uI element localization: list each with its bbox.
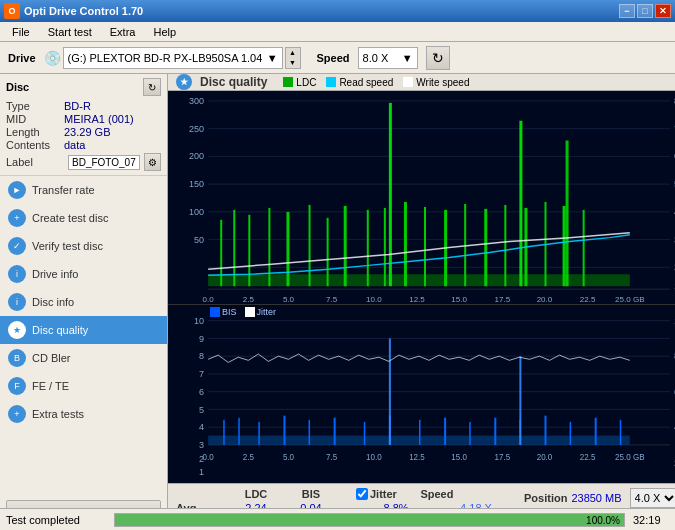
menu-start-test[interactable]: Start test bbox=[40, 24, 100, 40]
main-content: Disc ↻ Type BD-R MID MEIRA1 (001) Length… bbox=[0, 74, 675, 530]
svg-rect-35 bbox=[220, 220, 222, 286]
disc-type-value: BD-R bbox=[64, 100, 91, 112]
svg-text:17.5: 17.5 bbox=[495, 452, 511, 461]
svg-text:22.5: 22.5 bbox=[580, 452, 596, 461]
right-panel: ★ Disc quality LDC Read speed Write spee… bbox=[168, 74, 675, 530]
drive-select[interactable]: (G:) PLEXTOR BD-R PX-LB950SA 1.04 ▼ bbox=[63, 47, 283, 69]
disc-mid-value: MEIRA1 (001) bbox=[64, 113, 134, 125]
jitter-checkbox[interactable] bbox=[356, 488, 368, 500]
elapsed-time: 32:19 bbox=[633, 514, 669, 526]
maximize-button[interactable]: □ bbox=[637, 4, 653, 18]
svg-rect-42 bbox=[344, 206, 347, 286]
svg-rect-41 bbox=[327, 218, 329, 286]
title-bar: O Opti Drive Control 1.70 − □ ✕ bbox=[0, 0, 675, 22]
svg-text:7.5: 7.5 bbox=[326, 295, 338, 304]
svg-rect-48 bbox=[464, 204, 466, 286]
chart-header: ★ Disc quality LDC Read speed Write spee… bbox=[168, 74, 675, 91]
disc-header-label: Disc bbox=[6, 81, 29, 93]
svg-text:15.0: 15.0 bbox=[451, 295, 467, 304]
svg-rect-40 bbox=[309, 205, 311, 286]
svg-rect-56 bbox=[519, 121, 522, 286]
col-ldc-header: LDC bbox=[226, 488, 286, 500]
progress-bar: 100.0% bbox=[114, 513, 625, 527]
read-speed-color bbox=[326, 77, 336, 87]
speed-select[interactable]: 8.0 X ▼ bbox=[358, 47, 418, 69]
drive-icon: 💿 bbox=[44, 50, 61, 66]
svg-rect-109 bbox=[595, 418, 597, 445]
drive-bar: Drive 💿 (G:) PLEXTOR BD-R PX-LB950SA 1.0… bbox=[0, 42, 675, 74]
svg-rect-94 bbox=[223, 420, 225, 445]
sidebar-item-transfer-rate[interactable]: ► Transfer rate bbox=[0, 176, 167, 204]
svg-rect-57 bbox=[566, 141, 569, 287]
svg-text:5: 5 bbox=[199, 404, 204, 414]
cd-bler-icon: B bbox=[8, 349, 26, 367]
chart-title: Disc quality bbox=[200, 75, 267, 89]
ldc-color bbox=[283, 77, 293, 87]
refresh-button[interactable]: ↻ bbox=[426, 46, 450, 70]
sidebar-item-drive-info[interactable]: i Drive info bbox=[0, 260, 167, 288]
status-text: Test completed bbox=[6, 514, 106, 526]
sidebar-item-disc-info[interactable]: i Disc info bbox=[0, 288, 167, 316]
sidebar-item-extra-tests[interactable]: + Extra tests bbox=[0, 400, 167, 428]
drive-info-icon: i bbox=[8, 265, 26, 283]
svg-rect-37 bbox=[248, 215, 250, 286]
svg-rect-111 bbox=[389, 338, 391, 444]
sidebar-item-cd-bler[interactable]: B CD Bler bbox=[0, 344, 167, 372]
sidebar-item-create-test-disc[interactable]: + Create test disc bbox=[0, 204, 167, 232]
svg-text:15.0: 15.0 bbox=[451, 452, 467, 461]
disc-label-field: BD_FOTO_07 bbox=[68, 155, 140, 170]
svg-text:2.5: 2.5 bbox=[243, 295, 255, 304]
disc-section: Disc ↻ Type BD-R MID MEIRA1 (001) Length… bbox=[0, 74, 167, 176]
svg-text:150: 150 bbox=[189, 179, 204, 189]
svg-rect-102 bbox=[419, 420, 421, 445]
sidebar-item-fe-te[interactable]: F FE / TE bbox=[0, 372, 167, 400]
sidebar-item-verify-test-disc[interactable]: ✓ Verify test disc bbox=[0, 232, 167, 260]
chart-legend: LDC Read speed Write speed bbox=[283, 77, 469, 88]
svg-text:20.0: 20.0 bbox=[537, 452, 553, 461]
svg-rect-54 bbox=[583, 210, 585, 286]
position-label: Position bbox=[524, 492, 567, 504]
menu-file[interactable]: File bbox=[4, 24, 38, 40]
svg-rect-39 bbox=[286, 212, 289, 286]
disc-type-label: Type bbox=[6, 100, 64, 112]
svg-rect-0 bbox=[168, 91, 675, 304]
svg-rect-97 bbox=[283, 416, 285, 445]
svg-rect-95 bbox=[238, 418, 240, 445]
menu-extra[interactable]: Extra bbox=[102, 24, 144, 40]
position-value: 23850 MB bbox=[571, 492, 621, 504]
svg-text:6: 6 bbox=[199, 387, 204, 397]
legend-ldc: LDC bbox=[283, 77, 316, 88]
svg-text:250: 250 bbox=[189, 124, 204, 134]
drive-up-down[interactable]: ▲ ▼ bbox=[285, 47, 301, 69]
disc-refresh-button[interactable]: ↻ bbox=[143, 78, 161, 96]
sidebar-item-disc-quality[interactable]: ★ Disc quality bbox=[0, 316, 167, 344]
svg-rect-99 bbox=[334, 418, 336, 445]
nav-items: ► Transfer rate + Create test disc ✓ Ver… bbox=[0, 176, 167, 496]
progress-percent: 100.0% bbox=[586, 514, 620, 528]
app-icon: O bbox=[4, 3, 20, 19]
drive-label: Drive bbox=[8, 52, 36, 64]
speed-dropdown[interactable]: 4.0 X bbox=[630, 488, 675, 508]
svg-rect-105 bbox=[494, 418, 496, 445]
close-button[interactable]: ✕ bbox=[655, 4, 671, 18]
extra-tests-icon: + bbox=[8, 405, 26, 423]
legend-jitter-label: Jitter bbox=[257, 307, 277, 317]
svg-rect-45 bbox=[404, 202, 407, 286]
disc-info-icon: i bbox=[8, 293, 26, 311]
chart-icon: ★ bbox=[176, 74, 192, 90]
disc-label-button[interactable]: ⚙ bbox=[144, 153, 161, 171]
fe-te-icon: F bbox=[8, 377, 26, 395]
speed-col-header: Speed bbox=[397, 488, 477, 500]
svg-rect-103 bbox=[444, 418, 446, 445]
minimize-button[interactable]: − bbox=[619, 4, 635, 18]
menu-help[interactable]: Help bbox=[145, 24, 184, 40]
disc-mid-label: MID bbox=[6, 113, 64, 125]
col-bis-header: BIS bbox=[286, 488, 336, 500]
svg-text:5.0: 5.0 bbox=[283, 452, 295, 461]
svg-rect-38 bbox=[268, 208, 270, 286]
legend-bis-label: BIS bbox=[222, 307, 237, 317]
svg-text:12.5: 12.5 bbox=[409, 295, 425, 304]
upper-chart: 300 250 200 150 100 50 8 X 7 X 6 X 5 X 4… bbox=[168, 91, 675, 305]
disc-contents-value: data bbox=[64, 139, 85, 151]
svg-text:10.0: 10.0 bbox=[366, 295, 382, 304]
